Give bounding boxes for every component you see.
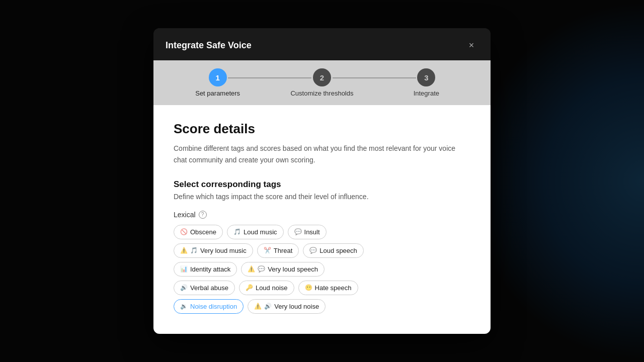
insult-label: Insult — [304, 228, 320, 236]
verbal-abuse-label: Verbal abuse — [190, 284, 228, 292]
modal-title: Integrate Safe Voice — [166, 40, 252, 51]
loud-music-icon: 🎵 — [233, 228, 241, 235]
category-lexical-label: Lexical ? — [174, 211, 470, 219]
tag-insult[interactable]: 💬 Insult — [288, 225, 327, 239]
modal-container: Integrate Safe Voice × 1 Set parameters … — [153, 28, 491, 334]
tag-noise-disruption[interactable]: 🔉 Noise disruption — [174, 299, 244, 314]
very-loud-noise-label: Very loud noise — [274, 303, 319, 310]
hate-speech-label: Hate speech — [315, 284, 352, 292]
tag-very-loud-speech[interactable]: ⚠️ 💬 Very loud speech — [241, 262, 325, 277]
tags-desc: Define which tags impact the score and t… — [174, 193, 470, 201]
step-3-circle: 3 — [417, 68, 435, 86]
very-loud-speech-chat-icon: 💬 — [258, 265, 265, 273]
tags-row-1: 🚫 Obscene 🎵 Loud music 💬 Insult — [174, 225, 470, 239]
stepper: 1 Set parameters 2 Customize thresholds … — [153, 60, 491, 105]
tags-row-5: 🔉 Noise disruption ⚠️ 🔊 Very loud noise — [174, 299, 470, 314]
tags-row-4: 🔊 Verbal abuse 🔑 Loud noise 😶 Hate speec… — [174, 281, 470, 295]
step-2: 2 Customize thresholds — [270, 68, 374, 97]
loud-noise-icon: 🔑 — [246, 284, 253, 291]
tag-very-loud-noise[interactable]: ⚠️ 🔊 Very loud noise — [248, 299, 326, 314]
tag-obscene[interactable]: 🚫 Obscene — [174, 225, 223, 239]
insult-icon: 💬 — [294, 228, 302, 235]
tags-title: Select corresponding tags — [174, 179, 470, 190]
verbal-abuse-icon: 🔊 — [180, 284, 188, 291]
threat-label: Threat — [274, 247, 293, 254]
tag-threat[interactable]: ✂️ Threat — [257, 243, 299, 258]
tag-identity-attack[interactable]: 📊 Identity attack — [174, 262, 237, 277]
step-1-label: Set parameters — [195, 89, 240, 97]
noise-disruption-label: Noise disruption — [190, 303, 237, 310]
threat-icon: ✂️ — [264, 247, 271, 254]
tag-verbal-abuse[interactable]: 🔊 Verbal abuse — [174, 281, 235, 295]
loud-music-label: Loud music — [244, 228, 277, 236]
modal-header: Integrate Safe Voice × — [153, 28, 491, 60]
score-desc: Combine different tags and scores based … — [174, 143, 470, 165]
loud-speech-label: Loud speech — [319, 247, 357, 254]
noise-disruption-icon: 🔉 — [180, 303, 188, 310]
loud-speech-icon: 💬 — [309, 247, 317, 254]
tag-hate-speech[interactable]: 😶 Hate speech — [298, 281, 358, 295]
very-loud-speech-warn-icon: ⚠️ — [248, 265, 255, 273]
loud-noise-label: Loud noise — [256, 284, 288, 292]
modal-body: Score details Combine different tags and… — [153, 105, 491, 334]
hate-speech-icon: 😶 — [305, 284, 312, 291]
step-3: 3 Integrate — [374, 68, 478, 97]
tag-very-loud-music[interactable]: ⚠️ 🎵 Very loud music — [174, 243, 253, 258]
tags-row-2: ⚠️ 🎵 Very loud music ✂️ Threat 💬 Loud sp… — [174, 243, 470, 258]
very-loud-music-note-icon: 🎵 — [190, 247, 198, 254]
identity-attack-icon: 📊 — [180, 265, 188, 273]
tag-loud-music[interactable]: 🎵 Loud music — [227, 225, 283, 239]
lexical-text: Lexical — [174, 211, 196, 219]
step-2-circle: 2 — [313, 68, 331, 86]
step-3-label: Integrate — [414, 89, 439, 97]
step-2-label: Customize thresholds — [290, 89, 353, 97]
step-1: 1 Set parameters — [166, 68, 270, 97]
very-loud-noise-warn-icon: ⚠️ — [254, 303, 262, 310]
very-loud-music-icon: ⚠️ — [180, 247, 188, 254]
very-loud-noise-sound-icon: 🔊 — [264, 303, 272, 310]
obscene-label: Obscene — [190, 228, 216, 236]
lexical-help-icon[interactable]: ? — [199, 211, 207, 219]
close-button[interactable]: × — [464, 38, 478, 52]
score-title: Score details — [174, 121, 470, 137]
step-1-circle: 1 — [209, 68, 227, 86]
tags-row-3: 📊 Identity attack ⚠️ 💬 Very loud speech — [174, 262, 470, 277]
very-loud-speech-label: Very loud speech — [268, 265, 318, 273]
identity-attack-label: Identity attack — [190, 265, 230, 273]
obscene-icon: 🚫 — [180, 228, 188, 235]
modal-overlay: Integrate Safe Voice × 1 Set parameters … — [0, 0, 644, 362]
very-loud-music-label: Very loud music — [200, 247, 247, 254]
tag-loud-speech[interactable]: 💬 Loud speech — [303, 243, 363, 258]
tag-loud-noise[interactable]: 🔑 Loud noise — [239, 281, 294, 295]
